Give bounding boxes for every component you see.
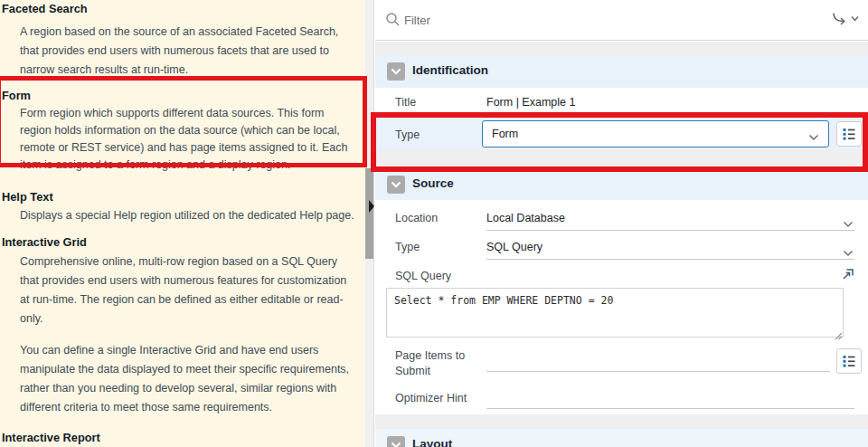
section-gap xyxy=(375,150,868,169)
collapse-section-icon[interactable] xyxy=(387,176,405,194)
help-panel: Faceted Search A region based on the sou… xyxy=(0,0,365,447)
title-input-underline xyxy=(486,114,866,115)
help-heading-interactive-grid: Interactive Grid xyxy=(2,234,354,250)
page-items-label: Page Items to Submit xyxy=(395,348,478,379)
help-text-interactive-grid-1: Comprehensive online, multi-row region b… xyxy=(20,252,356,328)
help-text-form: Form region which supports different dat… xyxy=(20,105,356,174)
location-label: Location xyxy=(395,212,438,224)
chevron-down-icon xyxy=(851,15,859,22)
list-icon xyxy=(842,354,856,368)
search-icon xyxy=(385,12,401,31)
help-text-help-text: Displays a special Help region utilized … xyxy=(20,206,356,225)
type-select-value: Form xyxy=(492,128,518,140)
collapse-section-icon[interactable] xyxy=(387,436,405,447)
help-heading-interactive-report: Interactive Report xyxy=(2,430,354,445)
page-items-input[interactable] xyxy=(486,371,830,372)
optimizer-hint-label: Optimizer Hint xyxy=(395,392,467,404)
property-editor-panel: Identification Title Form | Example 1 Ty… xyxy=(375,0,868,447)
section-header-layout[interactable]: Layout xyxy=(375,429,868,447)
source-type-select-underline xyxy=(486,259,854,260)
source-type-label: Type xyxy=(395,241,420,253)
section-header-source[interactable]: Source xyxy=(375,169,868,200)
chevron-down-icon[interactable] xyxy=(843,244,854,261)
help-heading-form: Form xyxy=(2,88,354,103)
location-select-value[interactable]: Local Database xyxy=(486,212,565,224)
splitter-collapse-arrow-icon[interactable] xyxy=(369,200,374,213)
jump-to-arrow-icon xyxy=(832,12,849,25)
help-panel-scrollbar-thumb[interactable] xyxy=(365,168,373,259)
section-header-identification[interactable]: Identification xyxy=(375,55,868,88)
help-heading-faceted-search: Faceted Search xyxy=(2,1,354,16)
location-select-underline xyxy=(486,230,854,231)
type-select[interactable]: Form xyxy=(482,120,829,147)
section-title: Source xyxy=(412,176,454,190)
section-gap xyxy=(375,42,868,55)
filter-bar xyxy=(375,0,868,41)
section-title: Layout xyxy=(412,437,452,447)
section-title: Identification xyxy=(412,63,488,77)
code-editor-icon xyxy=(841,267,855,281)
collapse-section-icon[interactable] xyxy=(387,62,405,81)
go-to-group-button[interactable] xyxy=(832,12,859,25)
section-gap xyxy=(375,414,868,429)
optimizer-hint-input[interactable] xyxy=(486,408,854,409)
textarea-resize-grip-icon[interactable] xyxy=(834,328,843,344)
source-type-select-value[interactable]: SQL Query xyxy=(486,241,542,253)
chevron-down-icon xyxy=(808,131,819,144)
type-list-of-values-button[interactable] xyxy=(836,121,862,147)
chevron-down-icon[interactable] xyxy=(843,215,854,232)
sql-query-textarea[interactable]: Select * from EMP WHERE DEPTNO = 20 xyxy=(386,288,844,338)
filter-input[interactable] xyxy=(404,9,748,31)
help-heading-help-text: Help Text xyxy=(2,189,354,204)
title-value-input[interactable]: Form | Example 1 xyxy=(486,96,575,109)
help-text-faceted-search: A region based on the source of an assoc… xyxy=(20,23,356,80)
title-label: Title xyxy=(395,96,416,109)
sql-query-label: SQL Query xyxy=(395,270,451,282)
open-code-editor-button[interactable] xyxy=(840,266,856,282)
help-text-interactive-grid-2: You can define a single Interactive Grid… xyxy=(20,341,356,417)
page-items-list-of-values-button[interactable] xyxy=(836,348,862,374)
list-icon xyxy=(842,127,856,141)
type-label: Type xyxy=(395,128,420,141)
